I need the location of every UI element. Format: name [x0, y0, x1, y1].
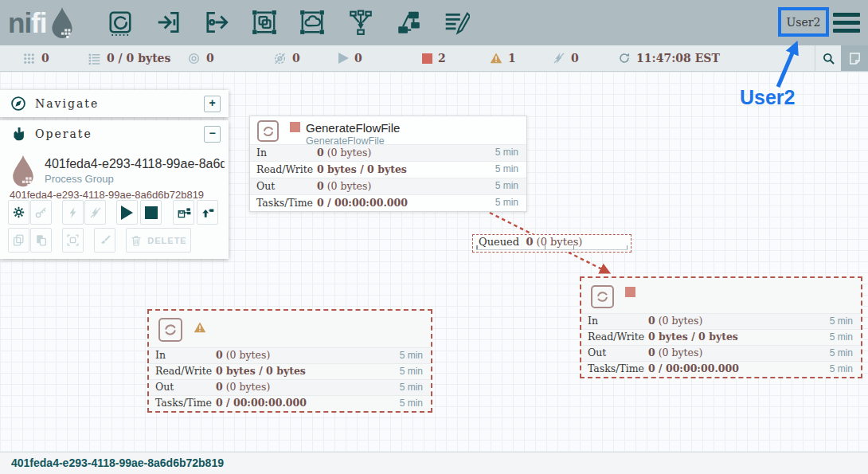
funnel-tool-icon[interactable] [347, 9, 374, 36]
stat-label: Read/Write [256, 162, 313, 177]
stat-value: 0 (0 bytes) [648, 314, 702, 328]
processor-icon [257, 120, 279, 142]
upload-template-button[interactable] [197, 200, 218, 225]
processor-header [149, 311, 431, 352]
stat-value: 0 / 00:00:00.000 [216, 396, 307, 410]
stat-label: In [588, 314, 598, 328]
search-button[interactable] [815, 45, 842, 71]
last-refresh-status: 11:47:08 EST [618, 45, 720, 71]
stat-row-out: Out 0 (0 bytes) 5 min [149, 379, 431, 395]
breadcrumb-bar: 401feda4-e293-4118-99ae-8a6d6b72b819 [0, 452, 868, 474]
stat-label: In [155, 348, 166, 362]
enable-button[interactable] [62, 200, 84, 225]
template-tool-icon[interactable] [395, 9, 422, 36]
fill-color-button[interactable] [94, 228, 115, 253]
stat-value: 0 / 00:00:00.000 [648, 362, 739, 376]
processor-unnamed-invalid[interactable]: In 0 (0 bytes) 5 min Read/Write 0 bytes … [147, 309, 432, 413]
group-button[interactable] [62, 228, 84, 253]
process-group-tool-icon[interactable] [251, 9, 278, 36]
stat-label: Read/Write [588, 330, 644, 344]
processor-icon [591, 285, 614, 308]
stat-window: 5 min [400, 380, 423, 394]
operate-title: Operate [35, 127, 92, 140]
selected-component-type: Process Group [45, 173, 114, 185]
stat-label: Out [256, 178, 275, 194]
stat-row-tasks: Tasks/Time 0 / 00:00:00.000 5 min [250, 194, 526, 211]
running-status: 0 [338, 45, 362, 71]
running-icon [338, 53, 349, 64]
not-transmitting-icon [273, 52, 287, 65]
invalid-warning-icon [490, 52, 502, 65]
label-tool-icon[interactable] [443, 9, 470, 36]
stat-window: 5 min [830, 330, 853, 344]
stat-window: 5 min [495, 145, 518, 160]
stat-value: 0 bytes / 0 bytes [317, 162, 407, 177]
delete-button[interactable]: DELETE [126, 228, 191, 253]
stat-row-out: Out 0 (0 bytes) 5 min [250, 178, 526, 194]
start-button[interactable] [116, 200, 138, 225]
stat-value: 0 bytes / 0 bytes [648, 330, 738, 344]
navigate-title: Navigate [35, 97, 99, 110]
logo-ni-text: ni [8, 7, 31, 39]
access-policies-button[interactable] [30, 200, 52, 225]
disable-button[interactable] [84, 200, 106, 225]
stat-label: Tasks/Time [256, 195, 313, 210]
stat-window: 5 min [830, 362, 853, 376]
stat-window: 5 min [830, 314, 853, 328]
stat-value: 0 (0 bytes) [317, 145, 371, 160]
disabled-status: 0 [553, 45, 579, 71]
settings-button[interactable] [841, 45, 868, 71]
stat-value: 0 (0 bytes) [216, 348, 270, 362]
annotation-user-label: User2 [740, 86, 796, 109]
stop-icon [145, 206, 158, 219]
status-bar: 0 0 / 0 bytes 0 0 0 2 1 0 11:47:08 EST [0, 45, 868, 72]
queued-count: 0 / 0 bytes [107, 52, 170, 65]
transmitting-icon [187, 52, 201, 65]
trash-icon [130, 234, 143, 247]
stat-row-readwrite: Read/Write 0 bytes / 0 bytes 5 min [250, 161, 526, 178]
process-group-droplet-icon [10, 154, 37, 189]
remote-process-group-tool-icon[interactable] [299, 9, 326, 36]
queued-list-icon [88, 52, 101, 65]
active-threads-icon [22, 52, 36, 65]
annotation-highlight-box [778, 7, 829, 37]
copy-button[interactable] [8, 228, 29, 253]
input-port-tool-icon[interactable] [155, 9, 182, 36]
output-port-tool-icon[interactable] [203, 9, 230, 36]
processor-unnamed-stopped[interactable]: In 0 (0 bytes) 5 min Read/Write 0 bytes … [580, 276, 862, 378]
stat-window: 5 min [830, 346, 853, 360]
stat-row-readwrite: Read/Write 0 bytes / 0 bytes 5 min [581, 329, 861, 345]
processor-tool-icon[interactable] [107, 9, 134, 36]
configuration-button[interactable] [8, 200, 29, 225]
stopped-state-icon [625, 287, 635, 297]
stopped-state-icon [290, 122, 300, 132]
top-toolbar: nifi User2 [0, 0, 868, 45]
stat-window: 5 min [400, 396, 423, 410]
global-menu-icon[interactable] [833, 13, 860, 37]
processor-generateflowfile[interactable]: GenerateFlowFile GenerateFlowFile In 0 (… [249, 116, 527, 212]
play-icon [121, 206, 133, 220]
stat-window: 5 min [400, 348, 423, 362]
breadcrumb[interactable]: 401feda4-e293-4118-99ae-8a6d6b72b819 [0, 452, 868, 473]
operate-collapse-button[interactable]: − [204, 126, 221, 143]
processor-title: GenerateFlowFile [306, 121, 400, 135]
operate-panel: Operate − 401feda4-e293-4118-99ae-8a6d..… [0, 120, 229, 259]
logo-fi-text: fi [31, 7, 46, 39]
nifi-logo: nifi [8, 6, 76, 41]
connection-queued-label[interactable]: Queued 0 (0 bytes) [472, 234, 631, 253]
navigate-expand-button[interactable]: + [204, 96, 221, 112]
nifi-droplet-icon [49, 6, 76, 40]
active-threads-count: 0 [41, 52, 49, 65]
refresh-icon[interactable] [618, 52, 631, 65]
queue-gauge [476, 245, 628, 250]
not-transmitting-count: 0 [292, 52, 300, 65]
paste-button[interactable] [30, 228, 52, 253]
running-count: 0 [354, 52, 362, 65]
create-template-button[interactable] [173, 200, 194, 225]
stop-button[interactable] [140, 200, 162, 225]
stat-value: 0 / 00:00:00.000 [317, 195, 408, 210]
hand-icon [10, 125, 27, 143]
stat-label: Tasks/Time [155, 396, 212, 410]
stat-window: 5 min [495, 162, 518, 177]
last-refresh-time: 11:47:08 EST [636, 52, 720, 65]
